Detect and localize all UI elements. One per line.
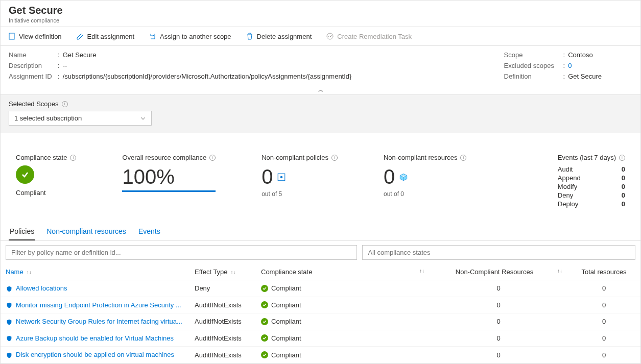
page-title: Get Secure <box>9 5 632 16</box>
assign-scope-button[interactable]: Assign to another scope <box>148 30 232 42</box>
col-name[interactable]: Name↑↓ <box>1 264 189 280</box>
noncompliant-cell: 0 <box>430 313 567 330</box>
delete-assignment-button[interactable]: Delete assignment <box>245 30 313 42</box>
document-icon <box>8 32 16 40</box>
event-count: 0 <box>622 165 625 173</box>
create-remediation-label: Create Remediation Task <box>337 33 412 40</box>
noncompliant-cell: 0 <box>430 280 567 297</box>
noncompliant-resources-value: 0 <box>384 165 395 188</box>
info-icon[interactable]: i <box>619 155 625 161</box>
event-label: Deny <box>558 191 573 199</box>
event-count: 0 <box>622 174 625 182</box>
shield-icon <box>6 335 13 342</box>
policy-name-cell[interactable]: Monitor missing Endpoint Protection in A… <box>1 297 189 313</box>
scope-value: Contoso <box>568 51 592 59</box>
noncompliant-cell: 0 <box>430 297 567 313</box>
chevron-down-icon <box>140 115 146 122</box>
check-icon <box>261 318 268 325</box>
event-count: 0 <box>622 191 625 199</box>
scopes-dropdown-label: 1 selected subscription <box>14 114 82 122</box>
effect-cell: Deny <box>189 280 256 297</box>
table-row: Azure Backup should be enabled for Virtu… <box>1 330 640 347</box>
svg-point-3 <box>280 176 283 178</box>
compliance-state-value: Compliant <box>16 189 76 197</box>
page-subtitle: Initiative compliance <box>9 17 632 23</box>
overall-value: 100% <box>122 165 216 192</box>
compliance-state-label: Compliance state <box>16 154 67 161</box>
collapse-toggle[interactable]: ︽ <box>1 85 640 94</box>
toolbar: View definition Edit assignment Assign t… <box>1 27 640 46</box>
noncompliant-cell: 0 <box>430 347 567 363</box>
event-label: Audit <box>558 165 573 173</box>
shield-icon <box>6 302 13 309</box>
noncompliant-policies-stat: Non-compliant policies i 0 out of 5 <box>262 154 338 208</box>
event-label: Append <box>558 174 581 182</box>
sort-icon[interactable]: ↑↓ <box>419 268 424 274</box>
sort-icon[interactable]: ↑↓ <box>231 270 236 275</box>
policy-name-cell[interactable]: Allowed locations <box>1 280 189 297</box>
state-cell: Compliant <box>256 280 430 297</box>
state-cell: Compliant <box>256 297 430 313</box>
info-icon[interactable]: i <box>460 155 466 161</box>
check-icon <box>261 351 268 358</box>
events-row: Deny0 <box>558 191 625 199</box>
policy-name-cell[interactable]: Disk encryption should be applied on vir… <box>1 347 189 363</box>
policies-table: Name↑↓ Effect Type↑↓ Compliance state↑↓ … <box>1 264 640 363</box>
tab-policies[interactable]: Policies <box>9 223 35 240</box>
noncompliant-policies-sub: out of 5 <box>262 190 338 198</box>
assignment-id-value: /subscriptions/{subscriptionId}/provider… <box>63 72 352 80</box>
check-icon <box>261 301 268 308</box>
events-row: Modify0 <box>558 183 625 190</box>
total-cell: 0 <box>567 313 640 330</box>
state-cell: Compliant <box>256 330 430 347</box>
policy-icon <box>277 173 286 182</box>
tab-noncompliant[interactable]: Non-compliant resources <box>45 223 127 240</box>
col-effect[interactable]: Effect Type↑↓ <box>189 264 256 280</box>
state-cell: Compliant <box>256 347 430 363</box>
noncompliant-resources-label: Non-compliant resources <box>384 154 458 161</box>
main-panel: Get Secure Initiative compliance View de… <box>0 0 641 364</box>
info-icon[interactable]: i <box>331 155 338 161</box>
noncompliant-resources-stat: Non-compliant resources i 0 out of 0 <box>384 154 467 208</box>
sort-icon[interactable]: ↑↓ <box>27 270 32 275</box>
info-icon[interactable]: i <box>62 101 68 107</box>
event-label: Deploy <box>558 200 578 208</box>
details-right: Scope : Contoso Excluded scopes : 0 Defi… <box>504 51 602 80</box>
view-definition-label: View definition <box>19 33 62 40</box>
view-definition-button[interactable]: View definition <box>7 30 63 42</box>
events-label: Events (last 7 days) <box>558 154 616 161</box>
tab-events[interactable]: Events <box>137 223 161 240</box>
details-section: Name : Get Secure Description : -- Assig… <box>1 46 640 85</box>
effect-cell: AuditIfNotExists <box>189 347 256 363</box>
details-row: Scope : Contoso <box>504 51 602 59</box>
total-cell: 0 <box>567 347 640 363</box>
event-label: Modify <box>558 183 577 190</box>
definition-value: Get Secure <box>568 72 602 80</box>
scopes-dropdown[interactable]: 1 selected subscription <box>9 111 152 126</box>
scope-label: Scope <box>504 51 560 59</box>
name-label: Name <box>9 51 55 59</box>
policy-name-cell[interactable]: Azure Backup should be enabled for Virtu… <box>1 330 189 347</box>
details-row: Description : -- <box>9 62 351 69</box>
create-remediation-button: Create Remediation Task <box>325 30 413 42</box>
filter-state-input[interactable] <box>362 245 635 260</box>
col-state[interactable]: Compliance state↑↓ <box>256 264 430 280</box>
edit-assignment-button[interactable]: Edit assignment <box>75 30 136 42</box>
shield-icon <box>6 285 13 293</box>
details-row: Definition : Get Secure <box>504 72 602 80</box>
sort-icon[interactable]: ↑↓ <box>557 268 562 274</box>
info-icon[interactable]: i <box>70 155 76 161</box>
col-total[interactable]: Total resources <box>567 264 640 280</box>
details-row: Name : Get Secure <box>9 51 351 59</box>
chart-icon <box>326 32 334 40</box>
assignment-id-label: Assignment ID <box>9 72 55 80</box>
col-noncompliant[interactable]: Non-Compliant Resources↑↓ <box>430 264 567 280</box>
table-row: Network Security Group Rules for Interne… <box>1 313 640 330</box>
excluded-value[interactable]: 0 <box>568 62 572 69</box>
filter-name-input[interactable] <box>6 245 357 260</box>
noncompliant-policies-label: Non-compliant policies <box>262 154 328 161</box>
state-cell: Compliant <box>256 313 430 330</box>
policy-name-cell[interactable]: Network Security Group Rules for Interne… <box>1 313 189 330</box>
info-icon[interactable]: i <box>209 155 216 161</box>
details-row: Excluded scopes : 0 <box>504 62 602 69</box>
